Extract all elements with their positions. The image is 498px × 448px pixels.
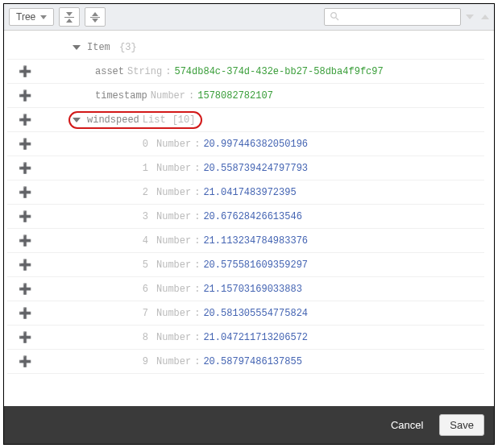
list-item: ➕7Number:20.581305554775824	[7, 301, 484, 326]
type-label: List	[143, 114, 166, 126]
value-label[interactable]: 574db84c-374d-432e-bb27-58dba4f9fc97	[174, 66, 383, 77]
add-sibling-icon[interactable]: ➕	[19, 259, 31, 272]
tree-row-windspeed: ➕ windspeed List [10]	[7, 108, 484, 132]
add-sibling-icon[interactable]: ➕	[19, 283, 31, 296]
editor-frame: Tree Item {3}	[3, 3, 495, 445]
index-label: 4	[135, 235, 148, 247]
index-label: 9	[135, 356, 148, 367]
value-label[interactable]: 21.113234784983376	[203, 235, 308, 247]
search-input[interactable]	[342, 10, 467, 23]
value-label[interactable]: 21.047211713206572	[203, 332, 308, 343]
index-label: 0	[135, 139, 148, 150]
type-label: Number	[156, 259, 191, 271]
index-label: 7	[135, 308, 148, 319]
add-sibling-icon[interactable]: ➕	[19, 331, 31, 344]
prev-match-icon[interactable]	[481, 15, 489, 19]
cancel-button[interactable]: Cancel	[386, 418, 428, 432]
add-sibling-icon[interactable]: ➕	[19, 307, 31, 320]
type-label: Number	[156, 211, 191, 222]
expand-all-icon	[90, 12, 100, 23]
type-label: Number	[156, 139, 191, 150]
type-label: Number	[156, 332, 191, 343]
index-label: 1	[135, 163, 148, 174]
tree-row-timestamp: ➕ timestamp Number : 1578082782107	[7, 84, 484, 108]
svg-line-1	[336, 18, 338, 20]
index-label: 5	[135, 259, 148, 271]
add-sibling-icon[interactable]: ➕	[19, 355, 31, 368]
type-label: Number	[156, 356, 191, 367]
toolbar: Tree	[4, 4, 494, 31]
key-label: asset	[95, 66, 124, 77]
toggle-arrow[interactable]	[73, 45, 81, 50]
value-label[interactable]: 20.558739424797793	[203, 163, 308, 174]
list-item: ➕9Number:20.58797486137855	[7, 350, 484, 374]
tree-body: Item {3} ➕ asset String : 574db84c-374d-…	[4, 31, 494, 406]
collapse-all-icon	[64, 12, 74, 23]
tree-row-asset: ➕ asset String : 574db84c-374d-432e-bb27…	[7, 60, 484, 84]
value-label[interactable]: 21.0417483972395	[203, 187, 296, 198]
value-label[interactable]: 20.575581609359297	[203, 259, 308, 271]
value-label[interactable]: 20.997446382050196	[203, 139, 308, 150]
toggle-arrow[interactable]	[73, 118, 81, 122]
list-item: ➕0Number:20.997446382050196	[7, 132, 484, 156]
list-item: ➕3Number:20.67628426613546	[7, 205, 484, 229]
add-sibling-icon[interactable]: ➕	[19, 234, 31, 247]
type-label: Number	[156, 308, 191, 319]
footer: Cancel Save	[4, 406, 494, 444]
list-item: ➕1Number:20.558739424797793	[7, 156, 484, 180]
index-label: 2	[135, 187, 148, 198]
search-box[interactable]	[324, 8, 461, 26]
key-label: timestamp	[95, 90, 147, 102]
add-sibling-icon[interactable]: ➕	[19, 162, 31, 175]
value-label[interactable]: 21.15703169033883	[203, 284, 301, 295]
add-sibling-icon[interactable]: ➕	[19, 89, 31, 102]
index-label: 8	[135, 332, 148, 343]
value-label[interactable]: 20.67628426613546	[203, 211, 301, 222]
view-mode-dropdown[interactable]: Tree	[9, 8, 54, 26]
expand-all-button[interactable]	[85, 7, 106, 27]
tree-root-row: Item {3}	[7, 35, 484, 60]
type-label: String	[127, 66, 162, 77]
add-sibling-icon[interactable]: ➕	[19, 138, 31, 151]
value-label[interactable]: 20.58797486137855	[203, 356, 301, 367]
list-count: [10]	[172, 114, 196, 126]
list-item: ➕5Number:20.575581609359297	[7, 253, 484, 277]
add-sibling-icon[interactable]: ➕	[19, 65, 31, 78]
svg-point-0	[331, 12, 337, 18]
type-label: Number	[156, 163, 191, 174]
search-icon	[330, 11, 339, 23]
value-label[interactable]: 20.581305554775824	[203, 308, 308, 319]
view-mode-label: Tree	[16, 11, 35, 23]
root-label: Item	[87, 42, 110, 53]
save-button[interactable]: Save	[439, 414, 484, 436]
root-count: {3}	[119, 42, 137, 53]
key-label: windspeed	[87, 114, 139, 126]
list-item: ➕2Number:21.0417483972395	[7, 180, 484, 205]
chevron-down-icon	[40, 15, 47, 19]
next-match-icon[interactable]	[466, 15, 474, 19]
index-label: 6	[135, 284, 148, 295]
add-sibling-icon[interactable]: ➕	[19, 210, 31, 223]
list-item: ➕6Number:21.15703169033883	[7, 277, 484, 301]
type-label: Number	[156, 187, 191, 198]
add-sibling-icon[interactable]: ➕	[19, 186, 31, 199]
add-sibling-icon[interactable]: ➕	[19, 114, 31, 127]
type-label: Number	[151, 90, 185, 102]
list-item: ➕8Number:21.047211713206572	[7, 326, 484, 350]
value-label[interactable]: 1578082782107	[197, 90, 273, 102]
type-label: Number	[156, 284, 191, 295]
list-item: ➕4Number:21.113234784983376	[7, 229, 484, 253]
type-label: Number	[156, 235, 191, 247]
collapse-all-button[interactable]	[59, 7, 80, 27]
index-label: 3	[135, 211, 148, 222]
